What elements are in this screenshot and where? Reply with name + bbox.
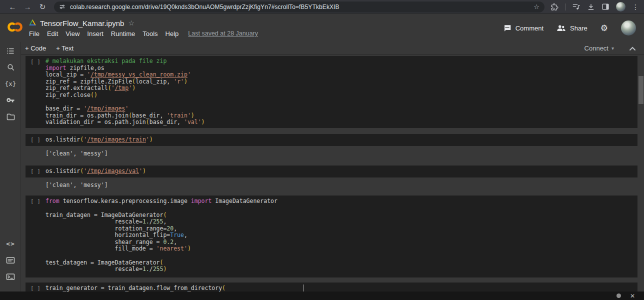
- code-cell[interactable]: [ ]os.listdir('/tmp/images/train'): [26, 134, 638, 146]
- cell-code[interactable]: train_generator = train_datagen.flow_fro…: [46, 285, 638, 292]
- collapse-header-icon[interactable]: [629, 44, 636, 53]
- star-notebook-icon[interactable]: ☆: [128, 19, 134, 27]
- url-text[interactable]: colab.research.google.com/drive/19Q0knds…: [70, 4, 530, 10]
- connect-caret-icon: ▾: [612, 46, 614, 51]
- colab-logo-icon[interactable]: [6, 21, 24, 35]
- cell-block: [ ]os.listdir('/tmp/images/train')['clea…: [21, 134, 644, 162]
- run-cell-button[interactable]: [ ]: [30, 58, 40, 66]
- comment-icon: [503, 24, 512, 32]
- menu-file[interactable]: File: [29, 30, 40, 38]
- notebook-content: [ ]# melakukan ekstraksi pada file zip i…: [21, 55, 644, 292]
- bookmark-star-icon[interactable]: ☆: [534, 3, 540, 10]
- cell-code[interactable]: os.listdir('/tmp/images/train'): [46, 136, 638, 144]
- colab-window: ← → ↻ colab.research.google.com/drive/19…: [0, 0, 644, 300]
- settings-gear-icon[interactable]: ⚙: [600, 24, 608, 32]
- menu-help[interactable]: Help: [166, 30, 179, 38]
- left-sidebar: {x} <>: [0, 42, 21, 292]
- add-text-button[interactable]: + Text: [56, 44, 74, 52]
- files-icon[interactable]: [0, 108, 21, 125]
- run-cell-button[interactable]: [ ]: [30, 168, 40, 175]
- code-snippets-icon[interactable]: <>: [0, 236, 21, 252]
- menu-runtime[interactable]: Runtime: [111, 30, 135, 38]
- back-icon[interactable]: ←: [5, 2, 20, 11]
- comment-button[interactable]: Comment: [503, 24, 544, 32]
- cell-code[interactable]: os.listdir('/tmp/images/val'): [46, 168, 638, 175]
- code-cell[interactable]: [ ]train_generator = train_datagen.flow_…: [26, 282, 638, 292]
- cell-block: [ ]os.listdir('/tmp/images/val')['clean'…: [21, 166, 644, 194]
- terminal-icon[interactable]: [0, 268, 21, 285]
- refresh-icon[interactable]: ↻: [35, 2, 50, 12]
- menu-view[interactable]: View: [66, 30, 80, 38]
- site-info-icon[interactable]: [59, 4, 66, 10]
- browser-menu-icon[interactable]: ⋮: [632, 3, 639, 11]
- connect-button[interactable]: Connect ▾: [584, 44, 614, 52]
- search-icon[interactable]: [0, 59, 21, 76]
- menu-insert[interactable]: Insert: [87, 30, 104, 38]
- secrets-icon[interactable]: [0, 92, 21, 108]
- add-code-button[interactable]: + Code: [25, 44, 46, 52]
- command-palette-icon[interactable]: [0, 252, 21, 268]
- side-panel-icon[interactable]: [602, 3, 610, 10]
- extensions-icon[interactable]: [550, 3, 558, 11]
- cell-output: ['clean', 'messy']: [26, 178, 638, 194]
- menu-edit[interactable]: Edit: [47, 30, 58, 38]
- cell-block: [ ]train_generator = train_datagen.flow_…: [21, 282, 644, 292]
- close-overlay-icon[interactable]: ✕: [630, 293, 635, 299]
- scrollbar-thumb[interactable]: [638, 76, 644, 104]
- forward-icon[interactable]: →: [20, 2, 35, 11]
- status-dot-icon[interactable]: [616, 294, 621, 298]
- cell-block: [ ]from tensorflow.keras.preprocessing.i…: [21, 196, 644, 278]
- run-cell-button[interactable]: [ ]: [30, 285, 40, 292]
- menu-bar: FileEditViewInsertRuntimeToolsHelp Last …: [29, 29, 258, 38]
- menu-tools[interactable]: Tools: [142, 30, 158, 38]
- toolbar-divider: [565, 4, 566, 10]
- cell-output: ['clean', 'messy']: [26, 146, 638, 163]
- downloads-icon[interactable]: [587, 3, 595, 11]
- run-cell-button[interactable]: [ ]: [30, 198, 40, 205]
- account-avatar[interactable]: [621, 20, 636, 36]
- text-cursor: [303, 284, 304, 292]
- table-of-contents-icon[interactable]: [0, 42, 21, 59]
- browser-profile-avatar[interactable]: [616, 2, 626, 12]
- code-cell[interactable]: [ ]# melakukan ekstraksi pada file zip i…: [26, 56, 638, 128]
- media-controls-icon[interactable]: [572, 3, 580, 10]
- run-cell-button[interactable]: [ ]: [30, 136, 40, 144]
- address-bar[interactable]: colab.research.google.com/drive/19Q0knds…: [54, 2, 544, 12]
- notebook-title[interactable]: TensorFlow_Kamar.ipynb: [40, 19, 124, 28]
- browser-toolbar: ← → ↻ colab.research.google.com/drive/19…: [0, 0, 644, 14]
- cell-code[interactable]: # melakukan ekstraksi pada file zip impo…: [46, 58, 638, 126]
- share-button[interactable]: Share: [556, 24, 588, 32]
- cell-code[interactable]: from tensorflow.keras.preprocessing.imag…: [46, 198, 638, 273]
- cell-block: [ ]# melakukan ekstraksi pada file zip i…: [21, 56, 644, 128]
- code-cell[interactable]: [ ]os.listdir('/tmp/images/val'): [26, 166, 638, 178]
- drive-file-icon: [29, 18, 36, 28]
- code-cell[interactable]: [ ]from tensorflow.keras.preprocessing.i…: [26, 196, 638, 278]
- notebook-toolbar: + Code + Text Connect ▾: [21, 42, 644, 55]
- bottom-overlay-bar: ✕: [0, 292, 644, 300]
- colab-header: TensorFlow_Kamar.ipynb ☆ FileEditViewIns…: [0, 14, 644, 42]
- last-saved-label[interactable]: Last saved at 28 January: [188, 30, 258, 37]
- share-people-icon: [556, 24, 566, 32]
- variables-icon[interactable]: {x}: [0, 76, 21, 92]
